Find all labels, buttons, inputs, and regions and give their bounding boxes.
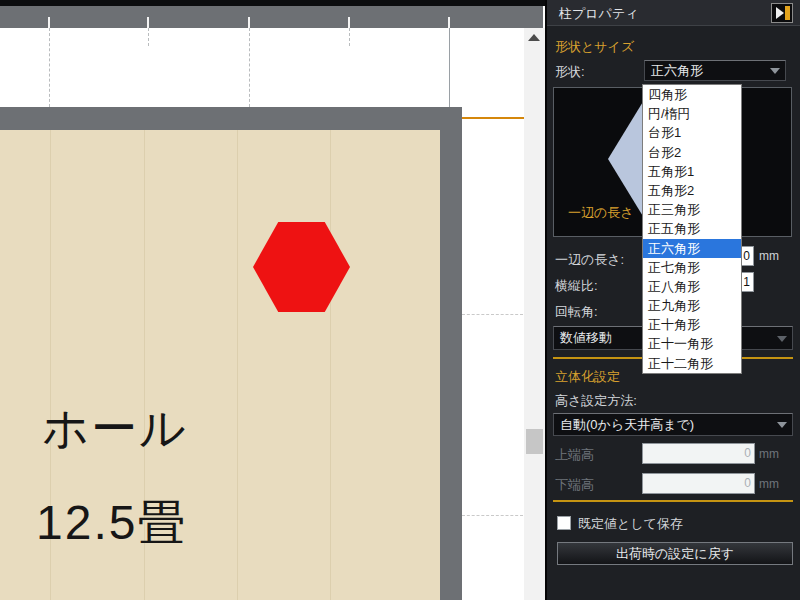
dropdown-option[interactable]: 正五角形 xyxy=(643,219,741,238)
grid-tick xyxy=(147,17,149,28)
chevron-down-icon xyxy=(777,422,787,428)
grid-guide-dashed xyxy=(148,28,149,46)
panel-title: 柱プロパティ xyxy=(559,5,639,23)
dropdown-option[interactable]: 正八角形 xyxy=(643,277,741,296)
room-wall-top xyxy=(0,107,462,130)
dropdown-option[interactable]: 五角形1 xyxy=(643,162,741,181)
reference-guide-line xyxy=(462,117,524,119)
dropdown-option[interactable]: 台形2 xyxy=(643,143,741,162)
grid-tick xyxy=(448,17,450,28)
shape-field-label: 形状: xyxy=(555,63,585,81)
side-length-unit: mm xyxy=(759,249,779,263)
tatami-line xyxy=(330,130,331,600)
shape-dropdown-list: 四角形 円/楕円 台形1 台形2 五角形1 五角形2 正三角形 正五角形 正六角… xyxy=(642,84,742,374)
dropdown-option[interactable]: 正十一角形 xyxy=(643,334,741,353)
save-default-checkbox[interactable] xyxy=(557,516,571,530)
scroll-up-icon[interactable] xyxy=(528,34,540,41)
side-length-label: 一辺の長さ: xyxy=(555,251,624,269)
rotation-label: 回転角: xyxy=(555,303,598,321)
room-wall-right xyxy=(440,107,462,600)
shape-combobox[interactable]: 正六角形 xyxy=(644,60,786,81)
dropdown-option-selected[interactable]: 正六角形 xyxy=(643,239,741,258)
dropdown-option[interactable]: 四角形 xyxy=(643,85,741,104)
dropdown-option[interactable]: 円/楕円 xyxy=(643,104,741,123)
section-3d-settings: 立体化設定 xyxy=(555,368,620,386)
grid-guide-dashed xyxy=(462,314,523,315)
room-size-label: 12.5畳 xyxy=(36,491,187,555)
top-height-input: 0 xyxy=(642,443,755,464)
upper-wall-band xyxy=(0,6,543,28)
app-window: ホール 12.5畳 柱プロパティ 形状とサイズ 形状: 正六角形 一辺の長さ 一… xyxy=(0,0,800,600)
chevron-down-icon xyxy=(777,336,787,342)
height-method-label: 高さ設定方法: xyxy=(555,392,637,410)
section-shape-size: 形状とサイズ xyxy=(555,38,634,56)
grid-guide-solid xyxy=(449,28,450,117)
top-height-label: 上端高 xyxy=(555,446,594,464)
height-method-value: 自動(0から天井高まで) xyxy=(560,417,694,432)
collapse-bar-icon xyxy=(785,6,790,20)
scrollbar-thumb[interactable] xyxy=(526,429,543,454)
dropdown-option[interactable]: 五角形2 xyxy=(643,181,741,200)
column-properties-panel: 柱プロパティ 形状とサイズ 形状: 正六角形 一辺の長さ 一辺の長さ: 0 mm… xyxy=(545,0,800,600)
dropdown-option[interactable]: 正十二角形 xyxy=(643,354,741,373)
dropdown-option[interactable]: 正七角形 xyxy=(643,258,741,277)
reset-factory-button[interactable]: 出荷時の設定に戻す xyxy=(557,542,793,565)
grid-guide-dashed xyxy=(462,515,523,516)
tatami-line xyxy=(237,130,238,600)
grid-tick xyxy=(248,17,250,28)
dropdown-option[interactable]: 正九角形 xyxy=(643,296,741,315)
grid-guide-dashed xyxy=(349,28,350,46)
canvas-vertical-scrollbar[interactable] xyxy=(524,28,545,600)
grid-tick xyxy=(48,17,50,28)
panel-titlebar: 柱プロパティ xyxy=(547,0,800,26)
numeric-move-value: 数値移動 xyxy=(560,330,612,345)
top-height-unit: mm xyxy=(759,447,779,461)
grid-guide-dashed xyxy=(249,28,250,107)
bottom-height-unit: mm xyxy=(759,477,779,491)
room-name-label: ホール xyxy=(42,398,188,460)
aspect-ratio-label: 横縦比: xyxy=(555,277,598,295)
floorplan-canvas[interactable]: ホール 12.5畳 xyxy=(0,0,545,600)
save-default-label: 既定値として保存 xyxy=(578,515,683,533)
divider xyxy=(553,500,793,502)
collapse-arrow-icon xyxy=(776,7,784,19)
grid-guide-dashed xyxy=(49,28,50,107)
height-method-combobox[interactable]: 自動(0から天井高まで) xyxy=(553,413,793,436)
panel-collapse-button[interactable] xyxy=(771,3,793,23)
grid-tick xyxy=(348,17,350,28)
dropdown-option[interactable]: 台形1 xyxy=(643,123,741,142)
dropdown-option[interactable]: 正三角形 xyxy=(643,200,741,219)
bottom-height-label: 下端高 xyxy=(555,476,594,494)
dropdown-option[interactable]: 正十角形 xyxy=(643,315,741,334)
chevron-down-icon xyxy=(770,68,780,74)
side-length-annotation: 一辺の長さ xyxy=(568,204,634,222)
shape-combobox-value: 正六角形 xyxy=(651,63,703,78)
bottom-height-input: 0 xyxy=(642,473,755,494)
